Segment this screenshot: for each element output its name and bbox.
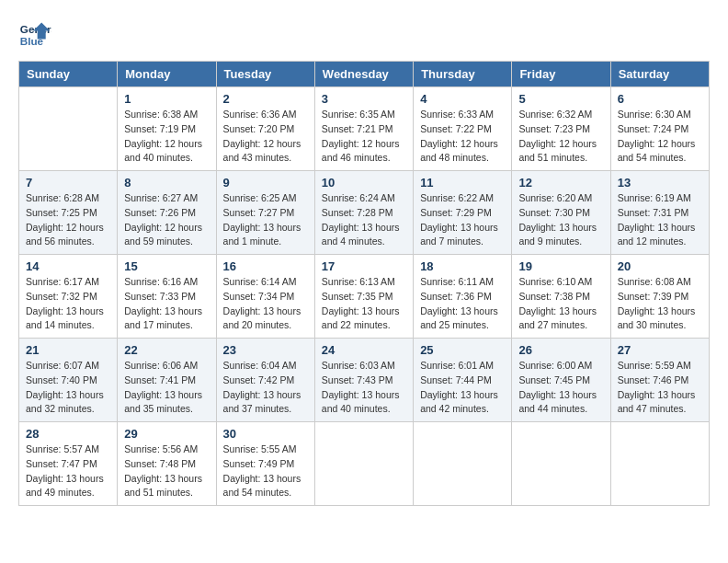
day-info-line: Sunrise: 5:57 AM — [26, 442, 110, 457]
day-info: Sunrise: 6:00 AMSunset: 7:45 PMDaylight:… — [518, 359, 603, 417]
day-info-line: Sunrise: 6:38 AM — [124, 108, 209, 122]
day-number: 29 — [124, 427, 209, 441]
day-info-line: Daylight: 13 hours — [223, 388, 308, 403]
day-info-line: Sunset: 7:43 PM — [322, 373, 406, 388]
logo-icon: General Blue — [18, 18, 51, 52]
day-info-line: Daylight: 12 hours — [618, 137, 702, 152]
calendar-cell: 2Sunrise: 6:36 AMSunset: 7:20 PMDaylight… — [216, 87, 314, 171]
day-info-line: Sunset: 7:26 PM — [124, 206, 209, 221]
day-info-line: and 32 minutes. — [26, 402, 110, 417]
day-number: 15 — [124, 259, 209, 273]
day-info-line: Sunset: 7:19 PM — [124, 122, 209, 137]
day-info-line: Daylight: 12 hours — [223, 137, 308, 152]
day-info-line: Daylight: 13 hours — [618, 388, 702, 403]
day-number: 9 — [223, 176, 308, 190]
day-number: 19 — [518, 259, 603, 273]
day-info-line: Daylight: 13 hours — [223, 472, 308, 487]
day-info-line: Sunrise: 6:30 AM — [618, 108, 702, 122]
day-info-line: Sunrise: 6:08 AM — [618, 275, 702, 290]
day-number: 23 — [223, 343, 308, 357]
day-number: 1 — [124, 92, 209, 106]
day-info-line: and 44 minutes. — [518, 402, 603, 417]
day-number: 6 — [618, 92, 702, 106]
day-number: 14 — [26, 259, 110, 273]
calendar-cell: 3Sunrise: 6:35 AMSunset: 7:21 PMDaylight… — [314, 87, 413, 171]
week-row-3: 14Sunrise: 6:17 AMSunset: 7:32 PMDayligh… — [19, 255, 710, 339]
day-number: 11 — [420, 176, 505, 190]
calendar-cell: 22Sunrise: 6:06 AMSunset: 7:41 PMDayligh… — [118, 339, 216, 422]
calendar-cell: 13Sunrise: 6:19 AMSunset: 7:31 PMDayligh… — [610, 171, 709, 255]
day-number: 2 — [223, 92, 308, 106]
day-number: 27 — [618, 343, 702, 357]
day-info-line: Sunrise: 5:55 AM — [223, 442, 308, 457]
week-row-4: 21Sunrise: 6:07 AMSunset: 7:40 PMDayligh… — [19, 339, 710, 422]
day-info-line: Sunset: 7:34 PM — [223, 290, 308, 304]
calendar-cell: 11Sunrise: 6:22 AMSunset: 7:29 PMDayligh… — [414, 171, 512, 255]
day-info: Sunrise: 6:17 AMSunset: 7:32 PMDaylight:… — [26, 275, 110, 333]
day-info-line: Sunset: 7:24 PM — [618, 122, 702, 137]
day-info: Sunrise: 6:14 AMSunset: 7:34 PMDaylight:… — [223, 275, 308, 333]
day-info-line: and 40 minutes. — [124, 151, 209, 166]
day-info: Sunrise: 6:27 AMSunset: 7:26 PMDaylight:… — [124, 191, 209, 249]
day-info-line: Sunset: 7:41 PM — [124, 373, 209, 388]
day-info-line: and 46 minutes. — [322, 151, 406, 166]
calendar-cell: 16Sunrise: 6:14 AMSunset: 7:34 PMDayligh… — [216, 255, 314, 339]
day-number: 16 — [223, 259, 308, 273]
day-info-line: Sunset: 7:46 PM — [618, 373, 702, 388]
day-info-line: and 7 minutes. — [420, 235, 505, 249]
day-info-line: Sunrise: 6:13 AM — [322, 275, 406, 290]
day-info-line: and 40 minutes. — [322, 402, 406, 417]
day-info-line: Sunrise: 6:19 AM — [618, 191, 702, 206]
calendar-cell: 24Sunrise: 6:03 AMSunset: 7:43 PMDayligh… — [314, 339, 413, 422]
day-number: 20 — [618, 259, 702, 273]
day-info: Sunrise: 6:35 AMSunset: 7:21 PMDaylight:… — [322, 108, 406, 166]
day-info: Sunrise: 6:11 AMSunset: 7:36 PMDaylight:… — [420, 275, 505, 333]
day-info-line: Sunrise: 6:07 AM — [26, 359, 110, 373]
day-info-line: Sunrise: 6:03 AM — [322, 359, 406, 373]
day-info-line: Sunset: 7:27 PM — [223, 206, 308, 221]
day-info-line: and 35 minutes. — [124, 402, 209, 417]
day-info: Sunrise: 6:22 AMSunset: 7:29 PMDaylight:… — [420, 191, 505, 249]
day-info: Sunrise: 6:08 AMSunset: 7:39 PMDaylight:… — [618, 275, 702, 333]
day-info-line: Sunset: 7:39 PM — [618, 290, 702, 304]
day-info-line: and 27 minutes. — [518, 318, 603, 333]
day-info-line: Sunset: 7:32 PM — [26, 290, 110, 304]
day-info-line: Sunset: 7:23 PM — [518, 122, 603, 137]
day-info-line: Sunrise: 6:22 AM — [420, 191, 505, 206]
day-info-line: Sunrise: 6:06 AM — [124, 359, 209, 373]
col-header-saturday: Saturday — [610, 62, 709, 87]
day-info-line: and 59 minutes. — [124, 235, 209, 249]
day-info-line: Sunrise: 6:27 AM — [124, 191, 209, 206]
day-info-line: and 54 minutes. — [618, 151, 702, 166]
day-info-line: and 30 minutes. — [618, 318, 702, 333]
day-info-line: Daylight: 12 hours — [322, 137, 406, 152]
calendar-cell: 6Sunrise: 6:30 AMSunset: 7:24 PMDaylight… — [610, 87, 709, 171]
day-info-line: Daylight: 13 hours — [26, 472, 110, 487]
calendar-cell: 12Sunrise: 6:20 AMSunset: 7:30 PMDayligh… — [512, 171, 610, 255]
day-info-line: and 9 minutes. — [518, 235, 603, 249]
day-info-line: and 4 minutes. — [322, 235, 406, 249]
day-info-line: Sunrise: 6:28 AM — [26, 191, 110, 206]
day-info: Sunrise: 6:16 AMSunset: 7:33 PMDaylight:… — [124, 275, 209, 333]
calendar-cell: 5Sunrise: 6:32 AMSunset: 7:23 PMDaylight… — [512, 87, 610, 171]
calendar-cell: 25Sunrise: 6:01 AMSunset: 7:44 PMDayligh… — [414, 339, 512, 422]
day-info-line: Daylight: 12 hours — [26, 221, 110, 236]
day-info-line: and 47 minutes. — [618, 402, 702, 417]
day-number: 18 — [420, 259, 505, 273]
day-info-line: Sunrise: 6:00 AM — [518, 359, 603, 373]
day-info-line: Sunrise: 5:56 AM — [124, 442, 209, 457]
day-info-line: Daylight: 12 hours — [420, 137, 505, 152]
day-info-line: Sunset: 7:47 PM — [26, 457, 110, 472]
day-info: Sunrise: 6:36 AMSunset: 7:20 PMDaylight:… — [223, 108, 308, 166]
day-info-line: and 51 minutes. — [518, 151, 603, 166]
calendar-cell: 27Sunrise: 5:59 AMSunset: 7:46 PMDayligh… — [610, 339, 709, 422]
calendar-cell: 9Sunrise: 6:25 AMSunset: 7:27 PMDaylight… — [216, 171, 314, 255]
week-row-5: 28Sunrise: 5:57 AMSunset: 7:47 PMDayligh… — [19, 422, 710, 506]
day-info-line: Daylight: 13 hours — [322, 304, 406, 319]
day-info-line: Daylight: 12 hours — [124, 137, 209, 152]
day-info-line: Daylight: 13 hours — [322, 388, 406, 403]
calendar-cell: 29Sunrise: 5:56 AMSunset: 7:48 PMDayligh… — [118, 422, 216, 506]
day-number: 7 — [26, 176, 110, 190]
calendar-cell: 30Sunrise: 5:55 AMSunset: 7:49 PMDayligh… — [216, 422, 314, 506]
day-number: 4 — [420, 92, 505, 106]
